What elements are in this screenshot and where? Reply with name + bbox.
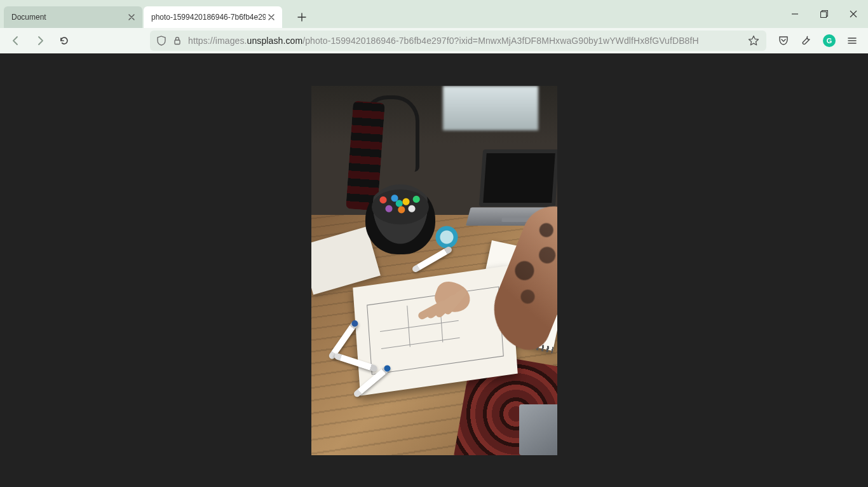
- svg-rect-1: [821, 12, 827, 18]
- bookmark-star-button[interactable]: [745, 32, 763, 50]
- window-restore-button[interactable]: [810, 0, 839, 28]
- devtools-button[interactable]: [796, 30, 817, 51]
- window-controls: [780, 0, 868, 28]
- url-path: /photo-1599420186946-7b6fb4e297f0?ixid=M…: [302, 36, 699, 46]
- tab-title: photo-1599420186946-7b6fb4e297f…: [151, 13, 266, 22]
- tab-close-button[interactable]: [266, 11, 277, 23]
- url-scheme: https://: [188, 36, 215, 46]
- grammarly-icon: G: [823, 34, 836, 47]
- app-menu-button[interactable]: [841, 30, 863, 51]
- window-close-button[interactable]: [839, 0, 868, 28]
- tab-document[interactable]: Document: [4, 6, 142, 28]
- url-host: unsplash.com: [247, 36, 303, 46]
- tracking-protection-icon[interactable]: [156, 36, 166, 46]
- tab-photo[interactable]: photo-1599420186946-7b6fb4e297f…: [144, 6, 282, 28]
- address-bar[interactable]: https://images.unsplash.com/photo-159942…: [150, 31, 766, 51]
- grammarly-extension-button[interactable]: G: [818, 30, 840, 51]
- save-to-pocket-button[interactable]: [773, 30, 794, 51]
- new-tab-button[interactable]: [292, 8, 311, 27]
- tab-close-button[interactable]: [126, 11, 137, 23]
- url-subdomain: images.: [215, 36, 247, 46]
- window-minimize-button[interactable]: [780, 0, 810, 28]
- nav-forward-button[interactable]: [29, 30, 51, 51]
- nav-reload-button[interactable]: [53, 30, 75, 51]
- toolbar-right-group: G: [773, 30, 863, 51]
- tab-strip: Document photo-1599420186946-7b6fb4e297f…: [0, 0, 868, 28]
- nav-back-button[interactable]: [5, 30, 27, 51]
- lock-icon[interactable]: [173, 36, 182, 45]
- grammarly-glyph: G: [827, 37, 832, 45]
- toolbar: https://images.unsplash.com/photo-159942…: [0, 28, 868, 53]
- displayed-image[interactable]: [311, 86, 557, 455]
- svg-rect-2: [175, 40, 180, 45]
- tab-title: Document: [11, 13, 126, 22]
- url-text: https://images.unsplash.com/photo-159942…: [188, 36, 738, 46]
- content-viewport: [0, 53, 868, 487]
